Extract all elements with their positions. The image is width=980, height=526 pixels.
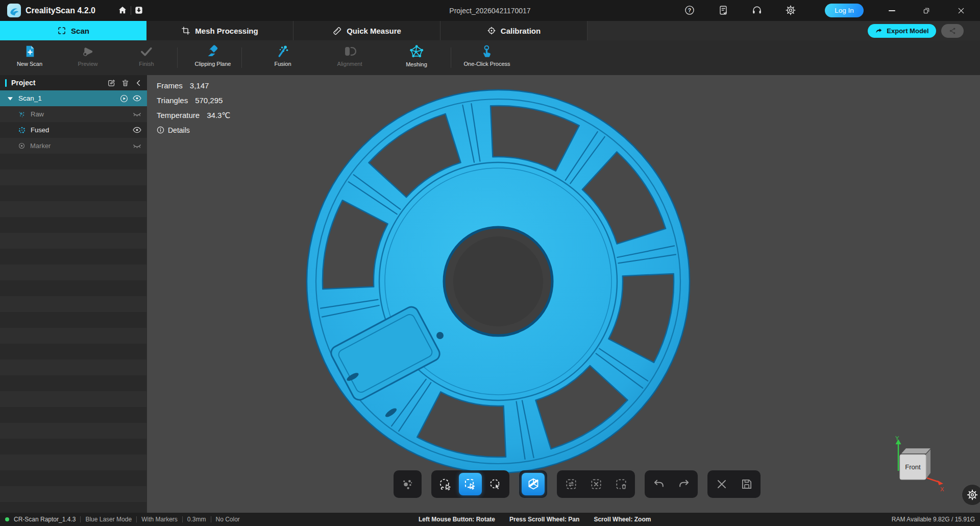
meshing-button[interactable]: Meshing [406,44,427,67]
login-button[interactable]: Log In [825,4,864,17]
delete-selection-button[interactable] [609,473,632,495]
hint-rotate: Left Mouse Button: Rotate [419,516,495,523]
tab-label: Mesh Processing [195,27,258,35]
select-through-button[interactable] [522,473,545,495]
support-headset-icon[interactable] [751,5,763,16]
restore-icon [922,7,930,15]
tab-quick-measure[interactable]: Quick Measure [293,21,440,40]
tool-label: One-Click Process [463,61,510,67]
visibility-on-icon[interactable] [132,125,142,135]
redo-button[interactable] [672,473,695,495]
tool-label: Preview [78,61,97,67]
tab-calibration[interactable]: Calibration [440,21,587,40]
close-button[interactable] [952,0,970,21]
stat-temperature: Temperature 34.3℃ [157,108,230,123]
caret-down-icon[interactable] [7,96,13,101]
tree-item-fused[interactable]: Fused [0,122,147,138]
view-orientation-gizmo[interactable]: Y Front X [883,434,947,494]
main-toolbar: New Scan Preview Finish Clipping Plane F… [0,40,980,75]
save-button[interactable] [735,473,758,495]
history-group [645,470,698,498]
share-icon [948,27,957,35]
fused-pointcloud-icon [17,126,27,135]
stat-label: Temperature [157,111,200,119]
tool-label: New Scan [17,61,42,67]
sidebar-zebra-rows [0,154,146,513]
stat-label: Triangles [157,96,188,105]
tree-item-raw[interactable]: Raw [0,106,147,122]
finish-check-icon [140,44,154,58]
tree-item-marker[interactable]: Marker [0,138,147,154]
rename-project-icon[interactable] [107,79,116,87]
status-separator [136,516,137,522]
accent-bar [5,79,7,87]
restore-button[interactable] [917,0,936,21]
hint-zoom: Scroll Wheel: Zoom [594,516,651,523]
cut-through-cube-icon [526,477,541,491]
selection-edit-group [557,470,635,498]
display-group [394,470,422,498]
visibility-off-icon[interactable] [132,141,142,151]
viewport-gear-icon [966,489,978,501]
tab-scan[interactable]: Scan [0,21,146,40]
scan-3d-viewport[interactable]: Frames 3,147 Triangles 570,295 Temperatu… [147,75,980,513]
redo-icon [677,477,691,491]
app-title: CrealityScan 4.2.0 [26,0,95,21]
status-separator [182,516,183,522]
survey-icon[interactable] [718,5,729,16]
point-cloud-display-button[interactable] [396,473,419,495]
lasso-select-button[interactable] [434,473,457,495]
marker-mode: With Markers [141,516,178,523]
undo-icon [652,477,666,491]
color-mode: No Color [216,516,240,523]
calibration-icon [487,26,496,35]
minimize-button[interactable] [883,0,901,21]
collapse-panel-icon[interactable] [135,79,142,87]
scan-item-label: Scan_1 [18,94,42,102]
delete-selection-icon [615,477,628,491]
details-toggle[interactable]: Details [157,123,230,137]
stat-label: Frames [157,81,183,90]
gizmo-x-label: X [940,486,944,492]
marker-icon [17,141,26,150]
fusion-button[interactable]: Fusion [274,44,291,67]
brush-select-button[interactable] [484,473,507,495]
import-project-button[interactable] [134,5,144,15]
share-button[interactable] [941,24,964,38]
tree-item-scan1[interactable]: Scan_1 [0,90,147,106]
preview-icon [81,44,95,58]
quick-measure-icon [332,26,342,36]
visibility-off-icon[interactable] [132,109,142,119]
cancel-button[interactable] [710,473,733,495]
scanned-spool-model[interactable] [147,75,980,513]
marker-label: Marker [30,142,51,150]
delete-project-icon[interactable] [121,79,130,87]
project-panel-title: Project [11,79,35,87]
help-icon[interactable]: ? [684,5,695,16]
lasso-select-icon [438,477,452,491]
tab-mesh-processing[interactable]: Mesh Processing [146,21,293,40]
rectangle-select-button[interactable] [459,473,482,495]
undo-button[interactable] [647,473,670,495]
clipping-plane-button[interactable]: Clipping Plane [195,44,231,67]
settings-gear-icon[interactable] [785,5,796,16]
home-button[interactable] [117,5,128,15]
new-scan-button[interactable]: New Scan [17,44,42,67]
play-scan-icon[interactable] [119,94,129,103]
one-click-process-button[interactable]: One-Click Process [463,44,510,67]
close-icon [957,7,965,15]
tab-label: Quick Measure [347,27,401,35]
deselect-button[interactable] [584,473,607,495]
viewport-settings-button[interactable] [962,484,980,506]
rectangle-select-icon [463,477,477,491]
info-icon [157,126,164,134]
stat-value: 3,147 [190,81,209,90]
status-separator [211,516,211,522]
export-model-button[interactable]: Export Model [868,24,936,38]
stat-value: 570,295 [195,96,223,105]
invert-selection-button[interactable] [559,473,582,495]
visibility-on-icon[interactable] [132,93,142,103]
clipping-plane-icon [206,44,220,58]
resolution: 0.3mm [187,516,206,523]
tab-label: Scan [71,27,89,35]
